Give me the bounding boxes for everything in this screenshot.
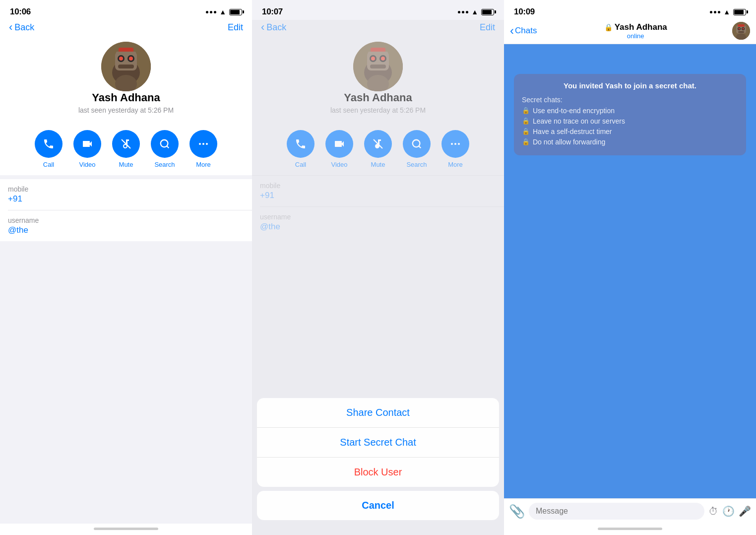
secret-feature-4: 🔒 Do not allow forwarding (522, 138, 738, 146)
block-user-button[interactable]: Block User (257, 458, 499, 487)
more-label: More (196, 161, 211, 168)
svg-point-38 (739, 28, 740, 30)
svg-line-13 (167, 146, 169, 148)
middle-avatar-svg (353, 42, 403, 91)
middle-more-label: More (448, 161, 463, 168)
middle-username-value: @the (260, 222, 496, 232)
chat-input-bar: 📎 ⏱ 🕐 🎤 (504, 498, 756, 524)
video-label: Video (79, 161, 95, 168)
middle-search-button: Search (403, 130, 431, 168)
middle-action-buttons: Call Video Mute (252, 123, 504, 175)
middle-search-icon-circle (403, 130, 431, 158)
middle-status-time: 10:07 (262, 7, 283, 17)
back-label: Back (14, 22, 34, 33)
attach-button[interactable]: 📎 (509, 504, 525, 519)
timer-icon[interactable]: ⏱ (708, 506, 718, 517)
sticker-icon[interactable]: 🕐 (722, 505, 735, 517)
username-info-item: username @the (0, 210, 252, 241)
middle-edit-button[interactable]: Edit (480, 22, 495, 33)
middle-more-icon (449, 138, 461, 150)
mute-button[interactable]: Mute (112, 130, 140, 168)
svg-point-32 (454, 143, 456, 145)
middle-mobile-label: mobile (260, 182, 496, 190)
middle-profile-avatar (353, 42, 403, 91)
lock-icon-1: 🔒 (522, 107, 530, 114)
left-nav-bar: ‹ Back Edit (0, 20, 252, 37)
left-info-section: mobile +91 username @the (0, 179, 252, 241)
share-contact-button[interactable]: Share Contact (257, 398, 499, 428)
svg-point-31 (451, 143, 453, 145)
chat-nav-bar: ‹ Chats 🔒 Yash Adhana online (504, 20, 756, 44)
svg-point-14 (199, 143, 201, 145)
right-status-icons: ▲ (710, 8, 746, 16)
middle-mute-icon (372, 138, 384, 150)
left-status-bar: 10:06 ▲ (0, 0, 252, 20)
wifi-icon: ▲ (219, 8, 226, 16)
svg-point-29 (413, 140, 420, 147)
cancel-button[interactable]: Cancel (257, 491, 499, 520)
message-input[interactable] (529, 503, 704, 520)
middle-signal-dots (458, 11, 468, 13)
chats-back-label: Chats (515, 26, 537, 36)
svg-point-39 (743, 28, 744, 30)
middle-username-item: username @the (252, 207, 504, 238)
edit-button[interactable]: Edit (228, 22, 243, 33)
left-status-time: 10:06 (10, 7, 31, 17)
right-bottom-indicator (504, 524, 756, 535)
system-message-title: You invited Yash to join a secret chat. (522, 81, 738, 91)
profile-avatar (101, 42, 151, 91)
svg-rect-7 (118, 65, 134, 68)
mobile-value[interactable]: +91 (8, 194, 244, 204)
left-panel: 10:06 ▲ ‹ Back Edit (0, 0, 252, 535)
call-button[interactable]: Call (35, 130, 63, 168)
middle-call-label: Call (295, 161, 306, 168)
svg-point-22 (371, 57, 375, 61)
left-profile-name: Yash Adhana (92, 91, 160, 104)
call-icon-circle (35, 130, 63, 158)
video-icon (81, 138, 93, 150)
lock-icon-3: 🔒 (522, 128, 530, 135)
avatar-svg (101, 42, 151, 91)
chats-back-button[interactable]: ‹ Chats (510, 25, 537, 37)
more-button[interactable]: More (189, 130, 217, 168)
more-icon-circle (189, 130, 217, 158)
mute-icon (120, 138, 132, 150)
secret-feature-3: 🔒 Have a self-destruct timer (522, 128, 738, 135)
left-bottom-indicator (0, 524, 252, 535)
middle-call-icon-circle (287, 130, 315, 158)
mute-icon-circle (112, 130, 140, 158)
start-secret-chat-button[interactable]: Start Secret Chat (257, 428, 499, 458)
middle-more-icon-circle (441, 130, 469, 158)
chat-input-icons: ⏱ 🕐 🎤 (708, 505, 751, 517)
video-icon-circle (73, 130, 101, 158)
svg-rect-24 (370, 65, 386, 68)
middle-profile-status: last seen yesterday at 5:26 PM (330, 106, 426, 114)
search-icon (159, 138, 170, 149)
action-sheet: Share Contact Start Secret Chat Block Us… (257, 398, 499, 487)
lock-icon: 🔒 (604, 23, 613, 31)
username-value[interactable]: @the (8, 225, 244, 235)
chat-name-text: Yash Adhana (615, 22, 667, 32)
middle-mute-button: Mute (364, 130, 392, 168)
video-button[interactable]: Video (73, 130, 101, 168)
middle-video-icon-circle (325, 130, 353, 158)
search-button[interactable]: Search (151, 130, 179, 168)
lock-icon-4: 🔒 (522, 138, 530, 145)
middle-status-icons: ▲ (458, 8, 494, 16)
middle-more-button: More (441, 130, 469, 168)
chat-avatar-small[interactable] (732, 22, 750, 40)
svg-rect-41 (738, 24, 745, 27)
call-icon (43, 138, 55, 150)
chat-avatar-svg (732, 22, 750, 40)
mic-icon[interactable]: 🎤 (739, 505, 751, 517)
chat-background: You invited Yash to join a secret chat. … (504, 44, 756, 498)
left-status-icons: ▲ (206, 8, 242, 16)
middle-video-button: Video (325, 130, 353, 168)
middle-search-label: Search (406, 161, 427, 168)
left-back-button[interactable]: ‹ Back (9, 22, 34, 33)
right-battery-icon (733, 9, 746, 15)
svg-point-23 (381, 57, 385, 61)
back-chevron-icon: ‹ (9, 22, 12, 33)
middle-back-button[interactable]: ‹ Back (261, 22, 286, 33)
chat-title-area: 🔒 Yash Adhana online (539, 22, 732, 40)
